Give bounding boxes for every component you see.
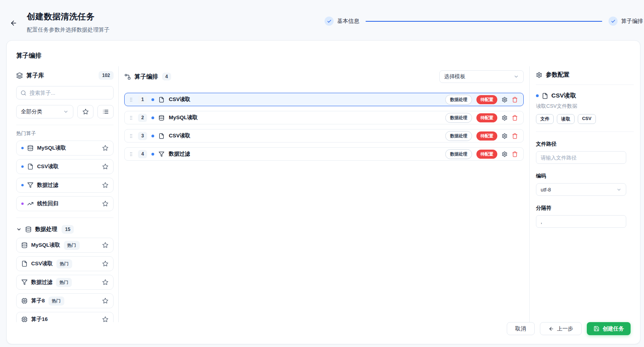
trash-icon [512,97,518,103]
filter-icon [159,151,164,157]
star-icon [102,163,108,170]
library-item-operator-8[interactable]: 算子8 热门 [16,293,114,308]
search-icon [21,90,26,96]
cancel-label: 取消 [515,325,526,332]
file-icon [542,93,548,99]
gear-icon [502,115,508,121]
parameter-panel: 参数配置 CSV读取 读取CSV文件数据 文件 读取 CSV 文件路径 编码 [529,66,640,322]
chevron-down-icon [616,187,622,192]
row-label: CSV读取 [169,96,190,103]
status-dot [151,135,154,137]
drag-handle-icon[interactable] [129,115,134,120]
encoding-select-value: utf-8 [541,187,551,193]
file-icon [159,133,164,139]
library-item-data-filter[interactable]: 数据过滤 [16,178,114,193]
chevron-down-icon [513,74,519,79]
star-icon [102,279,108,285]
file-path-input[interactable] [536,151,626,164]
delete-button[interactable] [512,115,518,121]
check-icon [609,17,618,26]
favorite-star-button[interactable] [102,279,108,285]
cpu-icon [21,316,28,322]
drag-handle-icon[interactable] [129,152,134,157]
hot-badge: 热门 [56,259,72,268]
divider [16,218,114,218]
pipeline-row-mysql-read[interactable]: 2 MySQL读取 数据处理 待配置 [124,111,524,124]
configure-button[interactable] [502,151,508,157]
favorite-star-button[interactable] [102,242,108,248]
favorites-filter-button[interactable] [77,105,93,118]
library-item-linear-regression[interactable]: 线性回归 [16,196,114,211]
library-item-csv-read[interactable]: CSV读取 [16,159,114,174]
drag-handle-icon[interactable] [129,97,134,102]
group-header-data-processing[interactable]: 数据处理 15 [16,225,114,234]
item-label: 算子16 [31,316,48,322]
params-title: 参数配置 [546,71,569,79]
encoding-select[interactable]: utf-8 [536,183,626,196]
operator-search [16,86,114,99]
pipeline-panel: 算子编排 4 选择模板 1 [119,66,529,322]
pipeline-row-csv-read[interactable]: 3 CSV读取 数据处理 待配置 [124,129,524,143]
divider [16,125,114,125]
delimiter-input[interactable] [536,215,626,228]
pipeline-count-badge: 4 [162,73,171,81]
configure-button[interactable] [502,97,508,103]
library-item-operator-16[interactable]: 算子16 [16,312,114,322]
operator-library-panel: 算子库 102 全部分类 [7,66,119,322]
category-badge: 数据处理 [445,95,472,105]
hot-operators-label: 热门算子 [16,130,114,137]
search-input[interactable] [30,90,109,96]
row-label: CSV读取 [169,132,190,139]
footer-actions: 取消 上一步 创建任务 [507,322,631,335]
library-item-mysql-read[interactable]: MySQL读取 热门 [16,238,114,253]
list-view-button[interactable] [97,105,114,118]
delete-button[interactable] [512,151,518,157]
step-basic-info[interactable]: 基本信息 [325,17,359,26]
library-title: 算子库 [26,72,44,79]
cancel-button[interactable]: 取消 [507,322,535,335]
delete-button[interactable] [512,133,518,139]
chevron-down-icon [63,109,69,114]
favorite-star-button[interactable] [102,182,108,188]
template-select[interactable]: 选择模板 [439,70,524,83]
favorite-star-button[interactable] [102,316,108,322]
back-button[interactable] [9,18,18,28]
delete-button[interactable] [512,97,518,103]
stepper: 基本信息 算子编排 [325,17,643,26]
star-icon [102,201,108,207]
favorite-star-button[interactable] [102,201,108,207]
pipeline-row-csv-read[interactable]: 1 CSV读取 数据处理 待配置 [124,93,524,106]
step-label: 算子编排 [621,18,643,25]
gear-icon [536,72,542,78]
step-operator-orchestration[interactable]: 算子编排 [609,17,643,26]
favorite-star-button[interactable] [102,163,108,170]
library-item-data-filter[interactable]: 数据过滤 热门 [16,275,114,290]
favorite-star-button[interactable] [102,261,108,267]
category-select[interactable]: 全部分类 [16,105,73,118]
star-icon [102,261,108,267]
create-task-button[interactable]: 创建任务 [587,322,631,335]
favorite-star-button[interactable] [102,145,108,151]
filter-icon [27,182,34,188]
pipeline-row-data-filter[interactable]: 4 数据过滤 数据处理 待配置 [124,147,524,161]
list-icon [103,109,109,115]
gear-icon [502,133,508,139]
configure-button[interactable] [502,115,508,121]
delimiter-label: 分隔符 [536,204,634,212]
configure-button[interactable] [502,133,508,139]
favorite-star-button[interactable] [102,298,108,304]
selected-operator-description: 读取CSV文件数据 [536,103,634,110]
star-icon [102,182,108,188]
library-item-mysql-read[interactable]: MySQL读取 [16,141,114,156]
database-icon [27,145,34,151]
drag-handle-icon[interactable] [129,133,134,139]
item-label: 数据过滤 [37,182,58,189]
star-icon [102,298,108,304]
library-count-badge: 102 [99,71,114,80]
row-label: 数据过滤 [169,150,190,158]
library-item-csv-read[interactable]: CSV读取 热门 [16,256,114,271]
star-icon [82,109,89,115]
operator-tags: 文件 读取 CSV [536,114,634,124]
arrow-left-icon [10,19,17,27]
previous-step-button[interactable]: 上一步 [540,322,582,335]
